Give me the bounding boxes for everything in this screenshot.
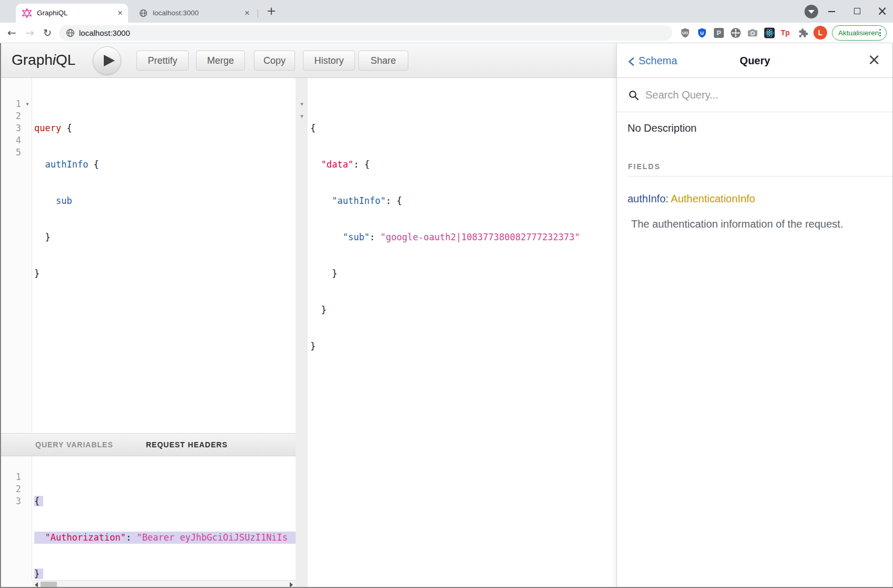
doc-fields-heading: FIELDS <box>628 162 661 171</box>
tab-request-headers[interactable]: REQUEST HEADERS <box>146 434 228 456</box>
reload-button[interactable]: ↻ <box>43 23 52 43</box>
camera-extension-icon[interactable] <box>747 27 758 38</box>
tab-close-icon[interactable]: × <box>117 4 123 23</box>
result-json: { "data": { "authInfo": { "sub": "google… <box>310 98 580 377</box>
window-left-border <box>0 43 1 588</box>
forward-button[interactable]: → <box>25 23 34 43</box>
url-omnibox[interactable]: localhost:3000 <box>59 25 672 41</box>
field-description: The authentication information of the re… <box>631 218 843 230</box>
minimize-icon <box>828 11 835 12</box>
variables-title-bar: QUERY VARIABLES REQUEST HEADERS <box>0 433 296 456</box>
window-maximize-button[interactable] <box>845 0 869 23</box>
result-viewer-pane: { "data": { "authInfo": { "sub": "google… <box>308 78 617 588</box>
window-close-button[interactable]: × <box>870 0 893 23</box>
tab-separator <box>258 9 258 18</box>
result-fold-gutter: ▾ ▾ <box>296 78 308 588</box>
refresh-extension-button[interactable]: Aktualisieren <box>832 25 887 41</box>
doc-search-input[interactable] <box>644 85 866 104</box>
request-headers-editor[interactable]: 1 2 3 { "Authorization": "Bearer eyJhbGc… <box>0 456 296 580</box>
chevron-down-icon <box>808 10 815 14</box>
maximize-icon <box>854 8 860 14</box>
line-numbers: 1 2 3 <box>0 471 21 507</box>
media-controls-button[interactable] <box>804 5 818 18</box>
move-tool-extension-icon[interactable] <box>730 27 741 38</box>
divider <box>627 176 893 177</box>
svg-text:P: P <box>717 30 721 37</box>
history-button[interactable]: History <box>303 51 355 71</box>
doc-search-bar <box>617 78 893 112</box>
site-info-globe-icon[interactable] <box>66 28 75 40</box>
prettify-button[interactable]: Prettify <box>136 51 189 71</box>
doc-no-description: No Description <box>627 122 696 134</box>
query-editor-code[interactable]: query { authInfo { sub } } <box>34 98 99 304</box>
tab-close-icon[interactable]: × <box>244 4 250 23</box>
execute-query-button[interactable] <box>93 46 121 75</box>
doc-close-button[interactable]: × <box>863 43 885 76</box>
field-type-link[interactable]: AuthenticationInfo <box>671 193 755 204</box>
fold-arrow-icon[interactable]: ▾ <box>298 110 306 122</box>
query-editor-gutter: 1 2 3 4 5 ▾ <box>0 78 32 433</box>
browser-window: GraphiQL × localhost:3000 × + × ← → ↻ <box>0 0 893 588</box>
new-tab-button[interactable]: + <box>263 0 279 23</box>
headers-editor-gutter: 1 2 3 <box>0 456 32 580</box>
back-button[interactable]: ← <box>7 23 16 43</box>
globe-icon <box>139 9 149 18</box>
svg-text:U: U <box>700 30 704 36</box>
tab-graphiql[interactable]: GraphiQL × <box>16 4 128 23</box>
react-devtools-extension-icon[interactable] <box>764 27 775 38</box>
graphql-logo-icon <box>22 8 32 18</box>
kebab-menu-icon[interactable] <box>879 29 881 38</box>
copy-button[interactable]: Copy <box>254 51 295 71</box>
play-icon <box>104 55 115 66</box>
bitwarden-extension-icon[interactable]: U <box>696 27 708 38</box>
doc-explorer-header: Schema Query × <box>617 43 893 78</box>
field-name-link[interactable]: authInfo <box>627 193 665 204</box>
ublock-extension-icon[interactable]: UO <box>680 27 691 38</box>
doc-field-item: authInfo: AuthenticationInfo <box>627 193 755 205</box>
share-button[interactable]: Share <box>358 51 408 71</box>
window-minimize-button[interactable] <box>820 0 843 23</box>
tab-strip: GraphiQL × localhost:3000 × + × <box>0 0 893 23</box>
selected-text: "Authorization": "Bearer eyJhbGciOiJSUzI… <box>34 532 296 544</box>
doc-explorer-panel: Schema Query × No Description FIELDS aut… <box>616 43 893 588</box>
fold-arrow-icon[interactable]: ▾ <box>23 98 32 110</box>
doc-panel-title: Query <box>617 43 893 78</box>
search-icon <box>629 90 639 101</box>
headers-editor-code[interactable]: { "Authorization": "Bearer eyJhbGciOiJSU… <box>34 471 296 580</box>
graphiql-logo: GraphiQL <box>12 43 75 77</box>
line-numbers: 1 2 3 4 5 <box>0 98 21 159</box>
tampermonkey-tp-extension-icon[interactable]: Tp <box>781 27 792 38</box>
address-bar: ← → ↻ localhost:3000 UO U <box>0 23 893 43</box>
merge-button[interactable]: Merge <box>196 51 245 71</box>
close-icon: × <box>870 0 893 23</box>
p-extension-icon[interactable]: P <box>713 27 724 38</box>
profile-avatar[interactable]: L <box>813 26 827 40</box>
url-text: localhost:3000 <box>79 25 130 41</box>
extensions-puzzle-icon[interactable] <box>798 27 809 38</box>
tab-title: localhost:3000 <box>153 4 199 23</box>
tab-localhost[interactable]: localhost:3000 × <box>133 4 255 23</box>
graphiql-toolbar: GraphiQL Prettify Merge Copy History Sha… <box>0 43 617 78</box>
variables-panel: QUERY VARIABLES REQUEST HEADERS 1 2 3 { … <box>0 433 296 588</box>
svg-text:UO: UO <box>682 31 688 35</box>
query-editor-pane[interactable]: 1 2 3 4 5 ▾ query { authInfo { sub } } <box>0 78 296 433</box>
fold-arrow-icon[interactable]: ▾ <box>298 98 306 110</box>
scrollbar-thumb[interactable] <box>41 582 57 587</box>
tab-title: GraphiQL <box>37 4 68 23</box>
tab-query-variables[interactable]: QUERY VARIABLES <box>35 434 113 456</box>
